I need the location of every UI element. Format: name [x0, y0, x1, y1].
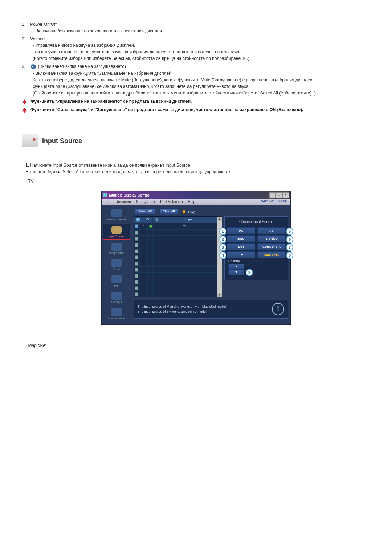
row-checkbox[interactable] — [135, 262, 138, 266]
menu-help[interactable]: Help — [188, 200, 195, 204]
col-checkbox[interactable] — [134, 217, 142, 223]
sidebar-label-settings: Settings — [103, 300, 130, 304]
row-checkbox[interactable] — [135, 274, 138, 278]
step-1-num: 1. — [25, 163, 29, 168]
table-row[interactable] — [134, 272, 217, 279]
note-1-text: Функцията "Управление на захранването" с… — [30, 99, 192, 104]
close-button[interactable]: × — [282, 192, 289, 198]
table-row[interactable] — [134, 235, 217, 242]
row-checkbox[interactable] — [135, 268, 138, 272]
table-row[interactable] — [134, 285, 217, 291]
star-icon: ✶ — [22, 98, 27, 107]
item-3-num: 3) — [22, 64, 29, 69]
item-2-desc: - Управлява нивото на звука за избрания … — [33, 42, 370, 62]
row-id: 0 — [140, 223, 148, 229]
busy-dot-icon — [183, 210, 185, 213]
table-row[interactable] — [134, 260, 217, 266]
main-area: Select All Clear All Busy ID — [131, 205, 290, 324]
row-checkbox[interactable] — [135, 255, 138, 259]
input-pc-button[interactable]: 1 PC — [227, 227, 255, 234]
sidebar-label-maint: Maintenance — [103, 317, 130, 320]
menubar: File Remocon Safety Lock Port Selection … — [102, 199, 290, 205]
image-size-icon — [111, 243, 122, 251]
gear-icon — [111, 292, 122, 300]
input-magicnet-button[interactable]: MagicNet 8 — [257, 251, 286, 258]
scroll-down-button[interactable]: ▼ — [217, 293, 222, 297]
sidebar: Power Control Input Source Image Size Ti… — [102, 205, 131, 324]
menu-safety-lock[interactable]: Safety Lock — [136, 200, 155, 204]
clear-all-button[interactable]: Clear All — [159, 208, 178, 214]
channel-label: Channel — [227, 259, 286, 263]
sidebar-item-power-control[interactable]: Power Control — [103, 208, 130, 223]
note-1: ✶ Функцията "Управление на захранването"… — [22, 98, 370, 105]
bullet-tv: TV — [25, 179, 370, 184]
step-1-text: Натиснете Input Source от главните икони… — [25, 163, 231, 174]
badge-7: 7 — [286, 244, 293, 251]
row-checkbox[interactable] — [135, 249, 138, 253]
input-av-button[interactable]: AV 5 — [257, 227, 286, 234]
row-checkbox[interactable] — [135, 224, 138, 228]
item-1-num: 1) — [22, 22, 29, 27]
scroll-up-button[interactable]: ▲ — [217, 217, 222, 221]
badge-9: 9 — [246, 269, 253, 276]
maximize-button[interactable]: □ — [276, 192, 282, 198]
toolbar: Select All Clear All Busy — [134, 208, 288, 216]
footer-line-2: The Input source of TV works only on TV … — [138, 309, 227, 314]
table-row[interactable] — [134, 291, 217, 297]
input-svideo-button[interactable]: S-Video 6 — [257, 235, 286, 242]
table-row[interactable] — [134, 248, 217, 254]
minimize-button[interactable]: _ — [269, 192, 276, 198]
item-1-title: Power On/Off — [30, 22, 56, 27]
item-1-desc: - Включване/изключване на захранването н… — [33, 28, 370, 34]
table-row[interactable] — [134, 229, 217, 235]
row-checkbox[interactable] — [135, 237, 138, 241]
remote-icon — [111, 226, 122, 234]
footer-note: The Input source of MagicNet works only … — [134, 300, 288, 319]
row-checkbox[interactable] — [135, 280, 138, 284]
col-input: Input — [161, 217, 217, 223]
badge-1: 1 — [219, 228, 226, 235]
input-bnc-button[interactable]: 2 BNC — [227, 235, 255, 242]
mute-icon — [31, 64, 36, 69]
list-item-1: 1) Power On/Off - Включване/изключване н… — [22, 22, 370, 34]
table-row[interactable] — [134, 266, 217, 272]
sidebar-item-input-source[interactable]: Input Source — [103, 224, 130, 240]
sidebar-item-settings[interactable]: Settings — [103, 290, 130, 305]
input-component-button[interactable]: Component 7 — [257, 243, 286, 250]
note-2-text: Функциите "Сила на звука" и "Заглушаване… — [30, 107, 303, 112]
list-item-3: 3) (Включване/изключване на заглушаванет… — [22, 64, 370, 96]
sidebar-item-maintenance[interactable]: Maintenance — [103, 307, 130, 321]
channel-down-button[interactable]: ▼ — [228, 270, 244, 275]
row-checkbox[interactable] — [135, 292, 138, 296]
sidebar-label-input: Input Source — [103, 235, 130, 238]
footer-line-1: The Input source of MagicNet works only … — [138, 304, 227, 309]
menu-remocon[interactable]: Remocon — [115, 200, 131, 204]
sidebar-item-image-size[interactable]: Image Size — [103, 241, 130, 256]
input-tv-button[interactable]: 4 TV — [227, 251, 255, 258]
menu-file[interactable]: File — [105, 200, 110, 204]
col-status-icon: ◎ — [153, 217, 161, 223]
item-3-title: (Включване/изключване на заглушаването) — [38, 64, 126, 69]
item-3-desc: - Включва/изключва функцията "Заглушаван… — [33, 70, 370, 96]
row-checkbox[interactable] — [135, 286, 138, 290]
step-1: 1. Натиснете Input Source от главните ик… — [25, 162, 370, 175]
input-dvi-button[interactable]: 3 DVI — [227, 243, 255, 250]
row-checkbox[interactable] — [135, 243, 138, 247]
section-title: Input Source — [42, 137, 82, 145]
table-row[interactable] — [134, 242, 217, 248]
badge-4: 4 — [219, 252, 226, 259]
sidebar-label-image: Image Size — [103, 251, 130, 255]
select-all-button[interactable]: Select All — [135, 208, 155, 214]
table-row[interactable] — [134, 254, 217, 260]
app-window: Multiple Display Control _ □ × File Remo… — [101, 191, 291, 325]
caution-icon: ! — [272, 303, 284, 315]
arrow-icon — [33, 137, 36, 142]
row-checkbox[interactable] — [135, 231, 138, 235]
sidebar-item-time[interactable]: Time — [103, 258, 130, 272]
table-row[interactable]: 0 TV — [134, 223, 217, 229]
table-row[interactable] — [134, 279, 217, 285]
menu-port-selection[interactable]: Port Selection — [160, 200, 183, 204]
sidebar-item-pip[interactable]: PIP — [103, 274, 130, 289]
sidebar-label-time: Time — [103, 268, 130, 271]
channel-up-button[interactable]: ▲ — [228, 264, 244, 270]
